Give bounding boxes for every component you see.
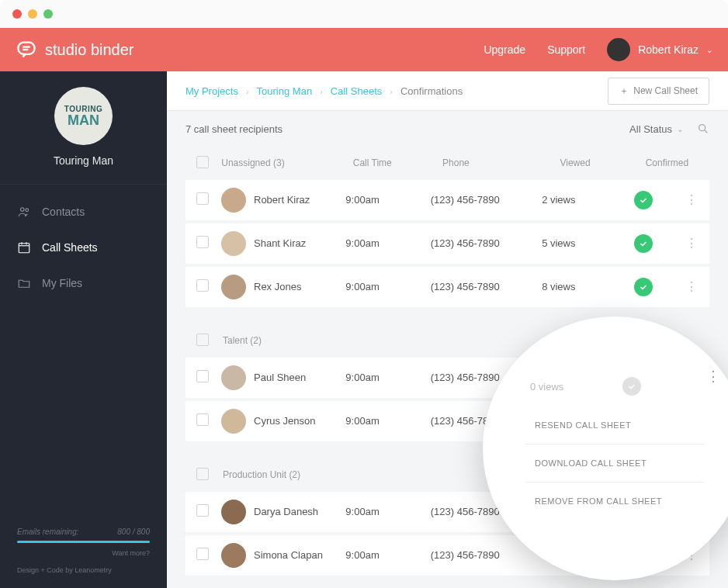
avatar xyxy=(221,275,246,299)
contacts-icon xyxy=(17,205,31,219)
recipient-name: Simona Clapan xyxy=(254,549,323,561)
row-checkbox[interactable] xyxy=(196,192,209,205)
avatar xyxy=(221,365,246,390)
support-link[interactable]: Support xyxy=(547,43,585,56)
upgrade-link[interactable]: Upgrade xyxy=(484,43,525,56)
menu-download[interactable]: DOWNLOAD CALL SHEET xyxy=(525,444,704,483)
window-minimize-dot[interactable] xyxy=(28,9,37,19)
more-dots-icon[interactable]: ⋮ xyxy=(706,374,720,379)
row-checkbox[interactable] xyxy=(196,504,209,517)
recipient-name: Rex Jones xyxy=(254,281,301,292)
recipient-row[interactable]: Robert Kiraz9:00am(123) 456-78902 views⋮ xyxy=(185,180,709,220)
svg-point-4 xyxy=(26,209,29,212)
recipient-count: 7 call sheet recipients xyxy=(185,123,283,135)
svg-line-10 xyxy=(705,130,707,133)
row-checkbox[interactable] xyxy=(196,370,209,382)
svg-rect-5 xyxy=(19,244,29,253)
avatar xyxy=(221,231,246,256)
row-checkbox[interactable] xyxy=(196,279,209,292)
row-checkbox[interactable] xyxy=(196,548,209,560)
brand-logo[interactable]: studio binder xyxy=(16,39,134,61)
breadcrumb-item[interactable]: Touring Man xyxy=(257,85,313,97)
group-title: Production Unit (2) xyxy=(223,469,355,480)
row-checkbox[interactable] xyxy=(196,236,209,248)
sidebar-item-myfiles[interactable]: My Files xyxy=(0,265,167,301)
confirm-badge xyxy=(622,377,641,396)
popover-menu: RESEND CALL SHEET DOWNLOAD CALL SHEET RE… xyxy=(525,406,704,520)
user-name: Robert Kiraz xyxy=(638,43,699,56)
chat-icon xyxy=(16,39,37,61)
recipient-name: Paul Sheen xyxy=(254,372,306,383)
search-icon[interactable] xyxy=(697,123,709,135)
phone: (123) 456-7890 xyxy=(431,549,529,561)
project-block[interactable]: TOURING MAN Touring Man xyxy=(0,71,167,185)
sidebar: TOURING MAN Touring Man Contacts Call Sh… xyxy=(0,71,167,588)
chevron-right-icon: › xyxy=(246,87,249,96)
phone: (123) 456-7890 xyxy=(431,194,529,206)
view-count: 2 views xyxy=(542,194,601,206)
group-header: Unassigned (3)Call TimePhoneViewedConfir… xyxy=(185,147,709,180)
phone: (123) 456-7890 xyxy=(431,237,529,249)
view-count: 5 views xyxy=(542,237,601,249)
confirm-badge xyxy=(634,191,653,209)
status-filter-label: All Status xyxy=(629,123,672,135)
plus-icon: ＋ xyxy=(619,85,629,98)
call-time: 9:00am xyxy=(345,549,418,561)
avatar xyxy=(221,409,246,434)
call-time: 9:00am xyxy=(345,281,418,292)
avatar xyxy=(221,188,246,213)
confirm-badge xyxy=(634,278,653,296)
status-filter-dropdown[interactable]: All Status ⌄ xyxy=(629,123,683,135)
menu-remove[interactable]: REMOVE FROM CALL SHEET xyxy=(525,483,704,520)
new-button-label: New Call Sheet xyxy=(633,85,698,96)
group-checkbox[interactable] xyxy=(196,334,209,346)
breadcrumb-row: My Projects›Touring Man›Call Sheets›Conf… xyxy=(167,71,728,111)
call-time: 9:00am xyxy=(345,415,418,427)
sidebar-item-contacts[interactable]: Contacts xyxy=(0,194,167,230)
emails-remaining-label: Emails remaining: xyxy=(17,527,78,536)
col-header-time: Call Time xyxy=(353,157,430,168)
sidebar-item-label: Call Sheets xyxy=(42,241,98,254)
sidebar-item-label: My Files xyxy=(42,277,82,289)
new-call-sheet-button[interactable]: ＋ New Call Sheet xyxy=(608,78,709,105)
avatar xyxy=(221,543,246,568)
user-menu[interactable]: Robert Kiraz ⌄ xyxy=(607,38,712,61)
row-more-button[interactable]: ⋮ xyxy=(685,285,699,289)
toolbar: 7 call sheet recipients All Status ⌄ xyxy=(167,111,728,147)
brand-text: studio binder xyxy=(45,41,134,59)
recipient-name: Darya Danesh xyxy=(254,506,318,517)
breadcrumb-item[interactable]: Call Sheets xyxy=(331,85,382,97)
col-header-phone: Phone xyxy=(442,157,547,168)
sidebar-item-label: Contacts xyxy=(42,206,85,218)
view-count: 8 views xyxy=(542,281,601,292)
sidebar-item-callsheets[interactable]: Call Sheets xyxy=(0,230,167,265)
svg-rect-0 xyxy=(19,43,35,54)
row-checkbox[interactable] xyxy=(196,413,209,426)
phone: (123) 456-7890 xyxy=(431,281,529,292)
chevron-right-icon: › xyxy=(320,87,323,96)
window-chrome xyxy=(0,0,728,28)
call-time: 9:00am xyxy=(345,237,418,249)
window-close-dot[interactable] xyxy=(12,9,22,19)
menu-resend[interactable]: RESEND CALL SHEET xyxy=(525,406,704,444)
window-maximize-dot[interactable] xyxy=(43,9,53,19)
breadcrumb-item[interactable]: My Projects xyxy=(185,85,238,97)
recipient-name: Robert Kiraz xyxy=(254,194,310,206)
sidebar-footer: Emails remaining: 800 / 800 Want more? D… xyxy=(0,514,167,588)
chevron-down-icon: ⌄ xyxy=(677,125,683,133)
recipient-row[interactable]: Shant Kiraz9:00am(123) 456-78905 views⋮ xyxy=(185,223,709,264)
group-title: Unassigned (3) xyxy=(221,157,340,168)
call-time: 9:00am xyxy=(345,194,418,206)
group-checkbox[interactable] xyxy=(196,468,209,480)
folder-icon xyxy=(17,276,31,290)
want-more-link[interactable]: Want more? xyxy=(17,549,150,557)
confirm-badge xyxy=(634,234,653,253)
recipient-row[interactable]: Rex Jones9:00am(123) 456-78908 views⋮ xyxy=(185,267,709,307)
row-more-button[interactable]: ⋮ xyxy=(685,198,699,202)
emails-progress xyxy=(17,541,150,543)
sidebar-nav: Contacts Call Sheets My Files xyxy=(0,185,167,301)
row-more-button[interactable]: ⋮ xyxy=(685,241,699,246)
svg-point-3 xyxy=(21,208,25,212)
group-checkbox[interactable] xyxy=(196,156,209,168)
call-time: 9:00am xyxy=(345,372,418,383)
